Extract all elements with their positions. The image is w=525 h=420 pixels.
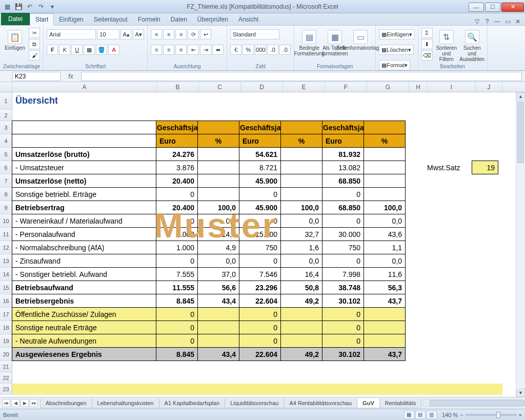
data-cell[interactable]: 43,7 [364, 347, 406, 361]
data-cell[interactable]: 14,7 [197, 227, 239, 241]
data-cell[interactable]: 56,3 [364, 281, 406, 294]
cell[interactable] [325, 361, 367, 372]
data-cell[interactable] [197, 334, 239, 348]
align-right-icon[interactable]: ≡ [175, 45, 187, 55]
cell[interactable] [428, 92, 476, 110]
data-cell[interactable]: 3.000 [156, 227, 198, 241]
data-cell[interactable]: 50,8 [280, 281, 322, 294]
worksheet-grid[interactable]: A B C D E F G H I J 1Übersicht231. Gesch… [0, 82, 525, 397]
cell[interactable] [424, 254, 472, 268]
cell[interactable] [325, 92, 367, 110]
cell[interactable] [157, 372, 199, 384]
data-cell[interactable]: 8.845 [156, 347, 198, 361]
data-cell[interactable]: 49,2 [280, 347, 322, 361]
underline-button[interactable]: U [71, 45, 83, 55]
cell[interactable] [406, 241, 424, 254]
data-cell[interactable]: 20.400 [156, 174, 198, 188]
orientation-icon[interactable]: ⟳ [188, 29, 199, 39]
data-cell[interactable]: 0 [239, 187, 281, 201]
cell[interactable] [409, 384, 428, 395]
mdi-min-icon[interactable]: — [493, 18, 501, 25]
percent-icon[interactable]: % [243, 45, 254, 55]
data-cell[interactable]: 43,4 [197, 294, 239, 308]
cell[interactable] [428, 372, 476, 384]
data-cell[interactable]: 54.621 [239, 147, 281, 161]
sheet-tab[interactable]: Lebenshaltungskosten [92, 398, 159, 408]
row-header[interactable]: 19 [0, 334, 12, 348]
close-button[interactable]: ✕ [501, 3, 524, 12]
cell[interactable] [472, 294, 499, 308]
cell[interactable] [472, 334, 499, 348]
cell[interactable] [367, 110, 409, 121]
cell[interactable] [241, 361, 283, 372]
tab-start[interactable]: Start [30, 13, 54, 26]
qat-dropdown-icon[interactable]: ▾ [48, 3, 56, 11]
row-header[interactable]: 10 [0, 214, 12, 228]
cell[interactable] [406, 188, 424, 201]
cell[interactable] [424, 308, 472, 321]
data-cell[interactable]: 16,4 [280, 267, 322, 281]
decrease-indent-icon[interactable]: ⇤ [188, 45, 199, 55]
data-cell[interactable]: 0 [156, 254, 198, 268]
row-area[interactable]: 1Übersicht231. Geschäftsjahr2. Geschäfts… [0, 92, 516, 397]
data-cell[interactable]: 0 [322, 214, 364, 228]
cell[interactable] [283, 372, 325, 384]
paste-button[interactable]: 📋 Einfügen [3, 28, 27, 51]
data-cell[interactable] [280, 161, 322, 174]
data-cell[interactable]: 8.845 [156, 294, 198, 308]
zoom-slider[interactable] [466, 414, 517, 416]
row-label[interactable]: - Wareneinkauf / Materialaufwand [12, 214, 156, 228]
cell[interactable] [406, 201, 424, 214]
data-cell[interactable]: 45.900 [239, 201, 281, 214]
scroll-thumb[interactable] [517, 102, 524, 163]
row-header[interactable]: 18 [0, 321, 12, 334]
cell[interactable] [406, 174, 424, 188]
data-cell[interactable]: 43,7 [364, 294, 406, 308]
sheet-tab[interactable]: A4 Rentabilitätsvorschau [284, 398, 357, 408]
cell[interactable] [283, 361, 325, 372]
row-label[interactable]: - Zinsaufwand [12, 254, 156, 268]
row-header[interactable]: 12 [0, 241, 12, 254]
col-header[interactable]: H [409, 82, 428, 92]
cell[interactable] [406, 148, 424, 161]
cell[interactable] [428, 361, 476, 372]
data-cell[interactable]: 32,7 [280, 227, 322, 241]
cell[interactable] [406, 121, 424, 134]
data-cell[interactable]: 43,4 [197, 347, 239, 361]
sheet-tab[interactable]: Rentabilitäts [379, 398, 422, 408]
scroll-up-icon[interactable]: ▲ [516, 92, 525, 101]
vat-label[interactable]: Mwst.Satz [424, 161, 472, 174]
data-cell[interactable]: 0 [239, 334, 281, 348]
data-cell[interactable]: 0 [239, 254, 281, 268]
row-label[interactable]: Betriebsergebnis [12, 294, 156, 308]
cell[interactable] [424, 148, 472, 161]
fill-color-button[interactable]: 🪣 [96, 45, 107, 55]
cell[interactable]: Euro [322, 134, 364, 148]
cell[interactable] [241, 384, 283, 395]
font-size-combo[interactable]: 10 [97, 29, 119, 39]
cell[interactable] [424, 188, 472, 201]
row-header[interactable]: 5 [0, 148, 12, 161]
data-cell[interactable]: 0 [156, 321, 198, 334]
page-title[interactable]: Übersicht [12, 92, 157, 110]
cell[interactable] [406, 308, 424, 321]
cell[interactable] [424, 241, 472, 254]
decrease-font-icon[interactable]: A▾ [133, 29, 144, 39]
bold-button[interactable]: F [47, 45, 58, 55]
thousands-icon[interactable]: 000 [255, 45, 266, 55]
cell[interactable] [199, 110, 241, 121]
cell[interactable] [283, 110, 325, 121]
data-cell[interactable]: 0 [156, 214, 198, 228]
row-label[interactable]: Ausgewiesenes Ergebnis [12, 347, 156, 361]
data-cell[interactable]: 0 [239, 214, 281, 228]
cell[interactable] [197, 121, 239, 134]
cell[interactable] [472, 148, 499, 161]
fill-icon[interactable]: ⬇ [421, 39, 433, 49]
data-cell[interactable]: 43,6 [364, 227, 406, 241]
data-cell[interactable]: 30.102 [322, 294, 364, 308]
cell[interactable] [472, 321, 499, 334]
row-header[interactable]: 23 [0, 384, 12, 395]
row-header[interactable]: 17 [0, 308, 12, 321]
data-cell[interactable]: 0,0 [197, 254, 239, 268]
cell[interactable] [424, 121, 472, 134]
